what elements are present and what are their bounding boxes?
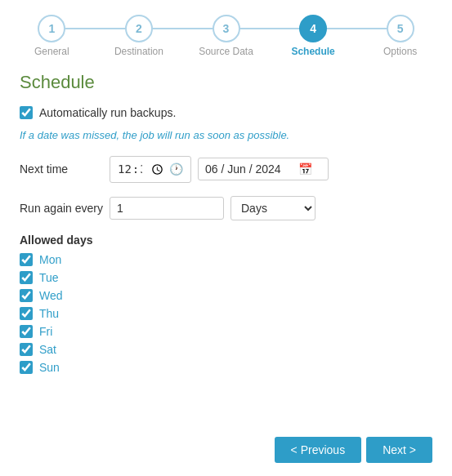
day-mon-checkbox[interactable]	[20, 253, 33, 266]
stepper: 1 General 2 Destination 3 Source Data 4 …	[0, 0, 452, 64]
step-4[interactable]: 4 Schedule	[270, 15, 357, 57]
page-wrapper: 1 General 2 Destination 3 Source Data 4 …	[0, 0, 452, 476]
step-3[interactable]: 3 Source Data	[182, 15, 270, 57]
next-time-label: Next time	[20, 162, 110, 176]
day-sat-row: Sat	[20, 343, 432, 356]
step-2-circle: 2	[125, 15, 153, 42]
step-4-label: Schedule	[291, 46, 334, 57]
step-5-circle: 5	[387, 15, 414, 42]
next-time-row: Next time 🕐 📅	[20, 156, 432, 183]
day-tue-row: Tue	[20, 271, 432, 284]
auto-backup-label: Automatically run backups.	[39, 106, 176, 119]
day-sun-label: Sun	[39, 361, 60, 374]
clock-icon: 🕐	[169, 162, 183, 176]
next-button[interactable]: Next >	[366, 437, 432, 463]
day-wed-label: Wed	[39, 289, 63, 302]
page-title: Schedule	[20, 72, 432, 93]
day-tue-label: Tue	[39, 271, 59, 284]
previous-button[interactable]: < Previous	[275, 437, 362, 463]
day-thu-checkbox[interactable]	[20, 307, 33, 320]
step-5-label: Options	[383, 46, 417, 57]
day-wed-row: Wed	[20, 289, 432, 302]
day-thu-row: Thu	[20, 307, 432, 320]
step-4-circle: 4	[299, 15, 327, 42]
allowed-days-title: Allowed days	[20, 234, 432, 247]
missed-date-info: If a date was missed, the job will run a…	[20, 129, 432, 141]
step-3-label: Source Data	[199, 46, 253, 57]
time-input-wrapper[interactable]: 🕐	[110, 156, 191, 183]
date-input[interactable]	[205, 162, 295, 176]
day-mon-row: Mon	[20, 253, 432, 266]
step-2-label: Destination	[114, 46, 163, 57]
auto-backup-checkbox[interactable]	[20, 106, 33, 119]
step-1[interactable]: 1 General	[8, 15, 96, 57]
step-5[interactable]: 5 Options	[356, 15, 444, 57]
day-fri-checkbox[interactable]	[20, 325, 33, 338]
step-2[interactable]: 2 Destination	[96, 15, 183, 57]
day-sun-checkbox[interactable]	[20, 361, 33, 374]
auto-backup-row: Automatically run backups.	[20, 106, 432, 119]
day-mon-label: Mon	[39, 253, 61, 266]
step-3-circle: 3	[213, 15, 240, 42]
day-fri-label: Fri	[39, 325, 52, 338]
calendar-icon: 📅	[298, 162, 312, 176]
main-content: Schedule Automatically run backups. If a…	[0, 64, 452, 392]
interval-select-wrap[interactable]: Days Weeks Months	[230, 196, 316, 220]
step-1-label: General	[34, 46, 69, 57]
step-1-circle: 1	[38, 15, 65, 42]
day-thu-label: Thu	[39, 307, 59, 320]
day-sat-checkbox[interactable]	[20, 343, 33, 356]
day-tue-checkbox[interactable]	[20, 271, 33, 284]
interval-select[interactable]: Days Weeks Months	[230, 196, 316, 220]
run-again-input[interactable]	[117, 202, 217, 215]
day-sat-label: Sat	[39, 343, 56, 356]
footer: < Previous Next >	[255, 424, 452, 476]
day-wed-checkbox[interactable]	[20, 289, 33, 302]
day-fri-row: Fri	[20, 325, 432, 338]
date-input-wrapper[interactable]: 📅	[198, 158, 329, 180]
run-again-row: Run again every Days Weeks Months	[20, 196, 432, 220]
time-input[interactable]	[117, 161, 166, 178]
run-again-input-wrapper[interactable]	[110, 197, 224, 220]
day-sun-row: Sun	[20, 361, 432, 374]
run-again-label: Run again every	[20, 202, 110, 215]
